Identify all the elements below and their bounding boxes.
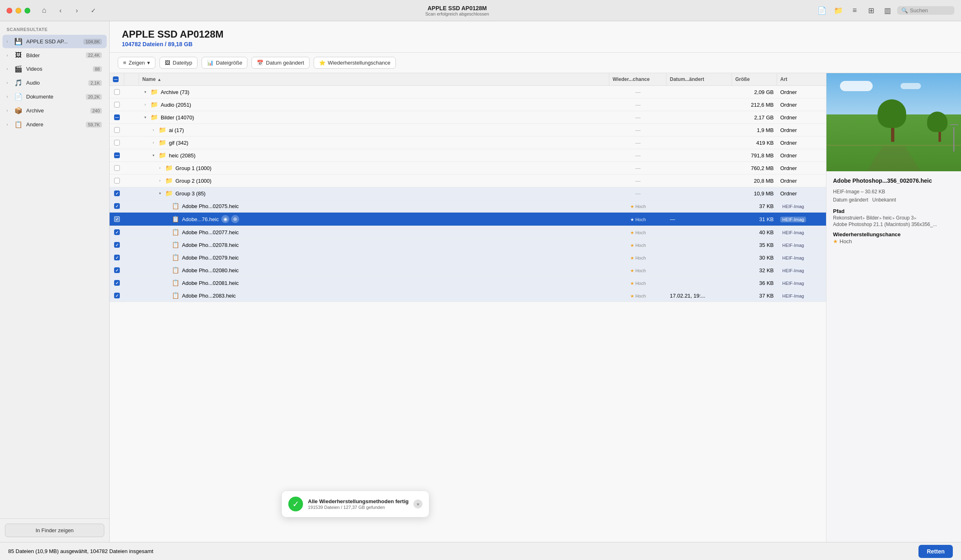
header-groesse[interactable]: Größe: [732, 73, 777, 85]
row-checkbox[interactable]: [114, 114, 120, 120]
table-row[interactable]: ▾ 📁 Archive (73) — 2,09 GB Ordner: [110, 86, 826, 99]
folder-view-button[interactable]: 📁: [832, 4, 845, 17]
dateigroesse-button[interactable]: 📊 Dateigröße: [202, 57, 247, 69]
home-button[interactable]: ⌂: [38, 5, 50, 16]
table-row[interactable]: 📋 Adobe Pho...02078.heic ★ Hoch 35 KB HE…: [110, 239, 826, 251]
row-checkbox[interactable]: [114, 229, 120, 235]
row-checkbox[interactable]: [114, 165, 120, 171]
row-checkbox[interactable]: [114, 280, 120, 286]
panel-view-button[interactable]: ▥: [881, 4, 894, 17]
row-checkbox[interactable]: [114, 89, 120, 95]
row-checkbox-cell[interactable]: [110, 125, 124, 135]
row-checkbox[interactable]: [114, 255, 120, 260]
search-bar[interactable]: 🔍: [897, 6, 954, 15]
expand-icon[interactable]: ›: [150, 127, 156, 133]
table-row[interactable]: 📋 Adobe Pho...02075.heic ★ Hoch 37 KB HE…: [110, 200, 826, 213]
file-view-button[interactable]: 📄: [815, 4, 829, 17]
row-checkbox-cell[interactable]: [110, 137, 124, 148]
table-row[interactable]: ▾ 📁 heic (2085) — 791,8 MB Ordner: [110, 149, 826, 162]
sidebar-item-archive[interactable]: › 📦 Archive 240: [2, 104, 107, 117]
table-row[interactable]: › 📁 Audio (2051) — 212,6 MB Ordner: [110, 99, 826, 111]
row-checkbox-cell[interactable]: [110, 265, 124, 276]
search-input[interactable]: [910, 7, 943, 13]
image-scene: [826, 73, 961, 171]
row-checkbox[interactable]: [114, 242, 120, 248]
row-checkbox-cell[interactable]: [110, 175, 124, 186]
expand-icon[interactable]: ›: [150, 140, 156, 146]
row-checkbox[interactable]: [114, 127, 120, 133]
dateityp-button[interactable]: 🖼 Dateityp: [159, 57, 198, 69]
table-row[interactable]: ▾ 📁 Group 3 (85) — 10,9 MB Ordner: [110, 187, 826, 200]
row-checkbox[interactable]: [114, 140, 120, 146]
table-row[interactable]: › 📁 gif (342) — 419 KB Ordner: [110, 137, 826, 149]
row-checkbox[interactable]: [114, 216, 120, 222]
row-checkbox[interactable]: [114, 190, 120, 196]
collapse-icon[interactable]: ▾: [142, 89, 148, 95]
row-checkbox-cell[interactable]: [110, 163, 124, 173]
table-row[interactable]: 📋 Adobe Pho...02079.heic ★ Hoch 30 KB HE…: [110, 251, 826, 264]
notification-close-button[interactable]: ×: [413, 500, 422, 508]
close-button[interactable]: [7, 8, 12, 13]
row-checkbox[interactable]: [114, 102, 120, 108]
expand-icon[interactable]: ›: [157, 178, 163, 184]
table-row[interactable]: › 📁 Group 2 (1000) — 20,8 MB Ordner: [110, 175, 826, 187]
collapse-icon[interactable]: ▾: [150, 152, 156, 158]
header-datum[interactable]: Datum...ändert: [667, 73, 732, 85]
row-checkbox[interactable]: [114, 267, 120, 273]
table-row[interactable]: ▾ 📁 Bilder (14070) — 2,17 GB Ordner: [110, 111, 826, 124]
checkmark-button[interactable]: ✓: [88, 5, 99, 16]
table-row[interactable]: 📋 Adobe Pho...2083.heic ★ Hoch 17.02.21,…: [110, 289, 826, 302]
collapse-icon[interactable]: ▾: [142, 114, 148, 120]
row-checkbox-cell[interactable]: [110, 112, 124, 123]
sidebar-item-ssd[interactable]: › 💾 APPLE SSD AP... 104,8K: [2, 35, 107, 48]
header-checkbox-cell[interactable]: [110, 73, 124, 85]
file-table[interactable]: Name ▲ Wieder...chance Datum...ändert Gr…: [110, 73, 826, 542]
sidebar-item-bilder[interactable]: › 🖼 Bilder 22,4K: [2, 49, 107, 62]
back-button[interactable]: ‹: [55, 5, 66, 16]
forward-button[interactable]: ›: [71, 5, 83, 16]
sidebar-item-videos[interactable]: › 🎬 Videos 88: [2, 62, 107, 76]
row-checkbox-cell[interactable]: [110, 278, 124, 288]
row-checkbox-cell[interactable]: [110, 99, 124, 110]
header-checkbox[interactable]: [113, 76, 119, 82]
row-checkbox[interactable]: [114, 203, 120, 209]
share-action-icon[interactable]: ⊕: [231, 215, 239, 223]
table-row[interactable]: 📋 Adobe Pho...02080.heic ★ Hoch 32 KB HE…: [110, 264, 826, 277]
list-view-button[interactable]: ≡: [848, 4, 861, 17]
header-wiederherstellung[interactable]: Wieder...chance: [609, 73, 667, 85]
minimize-button[interactable]: [16, 8, 21, 13]
retten-button[interactable]: Retten: [918, 545, 953, 558]
table-row[interactable]: › 📁 ai (17) — 1,9 MB Ordner: [110, 124, 826, 137]
expand-icon[interactable]: ›: [142, 102, 148, 108]
sidebar-item-dokumente[interactable]: › 📄 Dokumente 20,2K: [2, 90, 107, 103]
row-checkbox-cell[interactable]: [110, 252, 124, 263]
maximize-button[interactable]: [25, 8, 30, 13]
grid-view-button[interactable]: ⊞: [864, 4, 878, 17]
row-checkbox-cell[interactable]: [110, 240, 124, 250]
datum-button[interactable]: 📅 Datum geändert: [251, 57, 309, 69]
sidebar-item-audio[interactable]: › 🎵 Audio 2,1K: [2, 76, 107, 90]
preview-action-icon[interactable]: ◉: [221, 215, 229, 223]
table-row[interactable]: › 📁 Group 1 (1000) — 760,2 MB Ordner: [110, 162, 826, 175]
wiederherstellung-button[interactable]: ⭐ Wiederherstellungschance: [314, 57, 396, 69]
row-checkbox-cell[interactable]: [110, 214, 124, 224]
row-checkbox[interactable]: [114, 178, 120, 184]
row-checkbox-cell[interactable]: [110, 227, 124, 237]
row-checkbox-cell[interactable]: [110, 150, 124, 161]
row-checkbox-cell[interactable]: [110, 188, 124, 199]
zeigen-button[interactable]: ≡ Zeigen ▾: [118, 57, 155, 69]
row-checkbox[interactable]: [114, 152, 120, 158]
row-checkbox-cell[interactable]: [110, 87, 124, 97]
row-checkbox[interactable]: [114, 293, 120, 298]
table-row[interactable]: 📋 Adobe...76.heic ◉ ⊕ ★ Hoch — 31 KB HEI…: [110, 213, 826, 226]
row-checkbox-cell[interactable]: [110, 290, 124, 301]
header-name[interactable]: Name ▲: [139, 73, 609, 85]
collapse-icon[interactable]: ▾: [157, 190, 163, 196]
table-row[interactable]: 📋 Adobe Pho...02077.heic ★ Hoch 40 KB HE…: [110, 226, 826, 239]
row-checkbox-cell[interactable]: [110, 201, 124, 211]
finder-button[interactable]: In Finder zeigen: [5, 524, 104, 537]
table-row[interactable]: 📋 Adobe Pho...02081.heic ★ Hoch 36 KB HE…: [110, 277, 826, 289]
header-art[interactable]: Art: [777, 73, 826, 85]
sidebar-item-andere[interactable]: › 📋 Andere 59,7K: [2, 118, 107, 131]
expand-icon[interactable]: ›: [157, 165, 163, 171]
